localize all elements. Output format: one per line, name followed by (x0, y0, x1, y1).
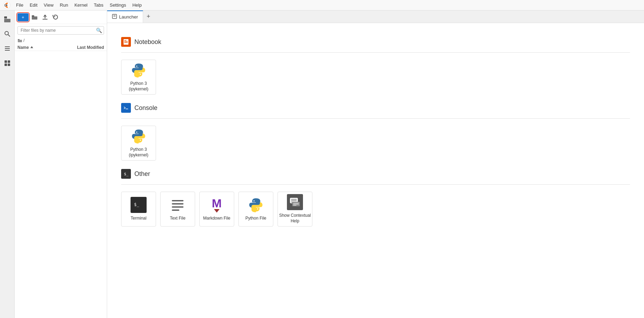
file-list-header: Name Last Modified (15, 44, 107, 51)
svg-rect-12 (5, 60, 7, 63)
menu-help[interactable]: Help (129, 2, 145, 8)
svg-point-31 (140, 74, 141, 75)
launcher-content: Notebook Python 3 (ipykernel) (107, 23, 644, 318)
console-section-title: Console (134, 104, 157, 112)
card-python3-notebook[interactable]: Python 3 (ipykernel) (121, 60, 156, 95)
svg-point-35 (140, 140, 141, 141)
svg-text:$_: $_ (124, 172, 129, 176)
activity-search[interactable] (1, 28, 13, 40)
card-contextual-help[interactable]: Show Contextual Help (277, 192, 312, 227)
other-divider (121, 184, 630, 185)
menubar: File Edit View Run Kernel Tabs Settings … (0, 0, 644, 10)
activity-bar (0, 10, 15, 318)
svg-rect-32 (123, 105, 129, 111)
activity-files[interactable] (1, 13, 13, 25)
card-pythonfile-label: Python File (245, 216, 266, 221)
svg-point-34 (136, 132, 137, 133)
menu-edit[interactable]: Edit (27, 2, 40, 8)
card-contextual-help-label: Show Contextual Help (278, 213, 312, 224)
main-panel: Launcher + Notebook (107, 10, 644, 318)
card-python3-console-label: Python 3 (ipykernel) (121, 147, 156, 158)
sidebar-toolbar: + (15, 10, 107, 24)
card-terminal-label: Terminal (131, 216, 146, 221)
section-other-header: $_ Other (121, 169, 630, 179)
tab-bar: Launcher + (107, 10, 644, 23)
other-section-icon: $_ (121, 169, 131, 179)
breadcrumb: / (15, 37, 107, 44)
breadcrumb-path: / (23, 38, 24, 43)
activity-list[interactable] (1, 43, 13, 54)
svg-rect-15 (8, 64, 10, 66)
other-section-title: Other (134, 170, 150, 178)
section-notebook-header: Notebook (121, 37, 630, 47)
card-textfile-label: Text File (170, 216, 186, 221)
activity-extensions[interactable] (1, 57, 13, 69)
card-markdown-label: Markdown File (203, 216, 230, 221)
svg-rect-14 (5, 64, 7, 66)
card-pythonfile[interactable]: Python File (238, 192, 273, 227)
svg-point-3 (4, 4, 6, 7)
svg-rect-29 (124, 42, 128, 43)
notebook-divider (121, 52, 630, 53)
svg-text:$_: $_ (134, 202, 139, 207)
refresh-button[interactable] (51, 13, 60, 22)
card-python3-console[interactable]: Python 3 (ipykernel) (121, 126, 156, 161)
svg-rect-27 (124, 40, 126, 41)
notebook-cards: Python 3 (ipykernel) (121, 60, 630, 95)
new-launcher-button[interactable]: + (17, 13, 29, 21)
card-textfile[interactable]: Text File (160, 192, 195, 227)
python-notebook-icon (131, 62, 147, 78)
svg-point-45 (257, 208, 258, 209)
menu-tabs[interactable]: Tabs (91, 2, 106, 8)
other-cards: $_ Terminal (121, 192, 630, 227)
svg-rect-28 (124, 41, 128, 42)
markdown-arrow-icon (214, 209, 220, 213)
card-python3-notebook-label: Python 3 (ipykernel) (121, 81, 156, 92)
svg-rect-17 (32, 16, 37, 20)
svg-marker-43 (214, 209, 220, 213)
column-name[interactable]: Name (17, 45, 66, 50)
svg-rect-13 (8, 60, 10, 63)
markdown-m-icon: M (212, 197, 222, 209)
search-box[interactable]: 🔍 (17, 26, 104, 35)
sort-icon (30, 46, 34, 49)
svg-point-30 (136, 66, 137, 67)
menu-view[interactable]: View (41, 2, 56, 8)
notebook-section-icon (121, 37, 131, 47)
svg-rect-6 (4, 19, 10, 22)
menu-kernel[interactable]: Kernel (72, 2, 90, 8)
menu-file[interactable]: File (13, 2, 26, 8)
file-browser: + � (15, 10, 107, 318)
svg-point-44 (253, 200, 254, 201)
svg-rect-21 (18, 40, 22, 42)
tab-launcher-label: Launcher (119, 14, 138, 20)
contextual-help-card-icon (287, 194, 303, 210)
console-cards: Python 3 (ipykernel) (121, 126, 630, 161)
tab-launcher[interactable]: Launcher (107, 10, 143, 23)
card-terminal[interactable]: $_ Terminal (121, 192, 156, 227)
tab-add-button[interactable]: + (143, 10, 154, 23)
svg-rect-5 (4, 16, 7, 19)
svg-rect-26 (124, 39, 128, 45)
upload-button[interactable] (40, 13, 50, 22)
search-input[interactable] (17, 26, 104, 35)
menu-settings[interactable]: Settings (107, 2, 129, 8)
card-markdown[interactable]: M Markdown File (199, 192, 234, 227)
svg-line-8 (8, 35, 10, 36)
notebook-section-title: Notebook (134, 38, 161, 46)
terminal-card-icon: $_ (131, 197, 147, 213)
python-console-icon (131, 128, 147, 144)
console-section-icon (121, 103, 131, 113)
section-console-header: Console (121, 103, 630, 113)
python-file-card-icon (248, 197, 264, 213)
svg-marker-22 (30, 46, 33, 48)
column-modified: Last Modified (66, 45, 104, 50)
folder-breadcrumb-icon (17, 38, 22, 43)
textfile-card-icon (170, 197, 186, 213)
tab-launcher-icon (112, 14, 117, 20)
new-folder-button[interactable] (30, 13, 39, 22)
menu-run[interactable]: Run (57, 2, 71, 8)
jupyter-logo (3, 1, 10, 9)
svg-point-4 (6, 4, 8, 6)
markdown-card-icon: M (209, 197, 225, 213)
